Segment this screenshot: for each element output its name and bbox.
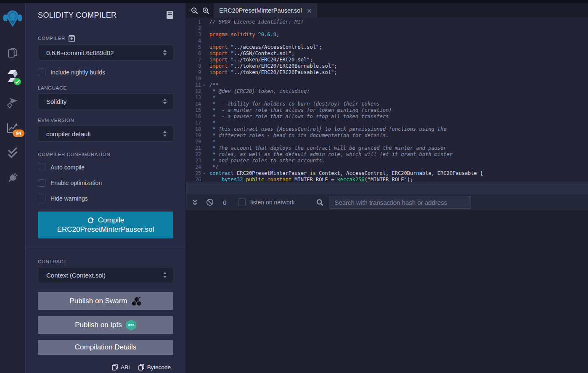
sidebar-item-file-explorer[interactable] [7,47,19,58]
code-text: /** [207,82,588,88]
code-text: import "../token/ERC20/ERC20.sol"; [207,57,588,63]
terminal-resize-handle[interactable] [186,182,588,194]
double-check-icon [7,148,19,159]
line-number[interactable]: 15 [186,107,201,114]
language-select[interactable]: Solidity [38,93,173,109]
publish-on-ipfs-button[interactable]: Publish on Ipfs IPFS [38,316,173,334]
code-text: bytes32 public constant MINTER_ROLE = ke… [207,177,588,182]
line-number[interactable]: 14 [186,101,201,107]
line-number[interactable]: 11 [186,82,201,88]
compilation-details-button[interactable]: Compilation Details [38,340,173,355]
line-number[interactable]: 2 [186,25,201,32]
editor-tab-bar: ERC20PresetMinterPauser.sol × [186,3,588,18]
line-number[interactable]: 13 [186,95,201,101]
code-line[interactable]: 7import "../token/ERC20/ERC20.sol"; [186,57,588,63]
hide-warnings-checkbox[interactable] [38,195,45,202]
code-line[interactable]: 17 * [186,120,588,126]
remix-logo[interactable] [3,8,22,28]
copy-bytecode-button[interactable]: Bytecode [138,364,171,370]
compile-button[interactable]: Compile ERC20PresetMinterPauser.sol [38,212,173,238]
line-number[interactable]: 7 [186,57,201,63]
line-number[interactable]: 8 [186,63,201,69]
zoom-out-icon[interactable] [191,7,198,14]
line-number[interactable]: 25 [186,170,201,177]
tab-close-icon[interactable]: × [307,7,312,15]
expand-terminal-icon[interactable] [192,199,198,206]
line-number[interactable]: 18 [186,126,201,132]
code-line[interactable]: 15 * - a minter role that allows for tok… [186,107,588,114]
code-text: * [207,139,588,145]
window-top-strip [0,0,588,3]
sidebar-item-solidity-compiler[interactable] [7,70,18,83]
documentation-icon[interactable] [167,11,173,19]
publish-on-swarm-button[interactable]: Publish on Swarm [38,292,173,310]
line-number[interactable]: 12 [186,88,201,95]
vertical-icon-panel: 94 [0,3,26,373]
evm-version-select[interactable]: compiler default [38,126,173,142]
code-line[interactable]: 25▾contract ERC20PresetMinterPauser is C… [186,170,588,177]
line-number[interactable]: 3 [186,32,201,38]
code-line[interactable]: 14 * - ability for holders to burn (dest… [186,101,588,107]
code-line[interactable]: 20 * [186,139,588,145]
code-line[interactable]: 26 bytes32 public constant MINTER_ROLE =… [186,177,588,182]
fold-arrow-icon[interactable]: ▾ [201,170,207,177]
code-line[interactable]: 16 * - a pauser role that allows to stop… [186,114,588,120]
code-line[interactable]: 1// SPDX-License-Identifier: MIT [186,19,588,25]
add-compiler-icon[interactable] [69,35,75,42]
nightly-builds-checkbox[interactable] [38,69,45,76]
code-line[interactable]: 3pragma solidity ^0.6.0; [186,32,588,38]
listen-on-network-checkbox[interactable] [238,198,246,206]
line-number[interactable]: 9 [186,69,201,76]
code-line[interactable]: 6import "../GSN/Context.sol"; [186,50,588,57]
code-line[interactable]: 21 * The account that deploys the contra… [186,145,588,151]
copy-abi-button[interactable]: ABI [112,364,130,370]
editor-tab[interactable]: ERC20PresetMinterPauser.sol × [214,3,317,18]
line-number[interactable]: 5 [186,44,201,50]
sidebar-item-testing[interactable] [7,148,19,159]
code-line[interactable]: 24 */ [186,164,588,170]
code-line[interactable]: 12 * @dev {ERC20} token, including: [186,88,588,95]
code-line[interactable]: 9import "../token/ERC20/ERC20Pausable.so… [186,69,588,76]
line-number[interactable]: 1 [186,19,201,25]
code-line[interactable]: 8import "../token/ERC20/ERC20Burnable.so… [186,63,588,69]
code-text: contract ERC20PresetMinterPauser is Cont… [207,170,588,177]
code-line[interactable]: 18 * This contract uses {AccessControl} … [186,126,588,132]
line-number[interactable]: 20 [186,139,201,145]
line-number[interactable]: 22 [186,151,201,158]
line-number[interactable]: 21 [186,145,201,151]
zoom-in-icon[interactable] [202,7,209,14]
code-line[interactable]: 19 * different roles - head to its docum… [186,132,588,139]
terminal-output-area[interactable] [186,210,588,373]
line-number[interactable]: 23 [186,158,201,164]
code-line[interactable]: 23 * and pauser roles to other accounts. [186,158,588,164]
fold-arrow-icon[interactable]: ▾ [201,82,207,88]
line-number[interactable]: 4 [186,38,201,44]
compiler-version-select[interactable]: 0.6.6+commit.6c089d02 [38,45,173,61]
code-line[interactable]: 2 [186,25,588,32]
sidebar-item-deploy-and-run[interactable] [6,97,19,109]
line-number[interactable]: 6 [186,50,201,57]
contract-select[interactable]: Context (Context.sol) [38,267,173,283]
code-line[interactable]: 22 * roles, as well as the default admin… [186,151,588,158]
line-number[interactable]: 10 [186,76,201,82]
code-line[interactable]: 13 * [186,95,588,101]
clear-console-icon[interactable] [206,198,214,206]
line-number[interactable]: 26 [186,177,201,182]
code-line[interactable]: 4 [186,38,588,44]
line-number[interactable]: 16 [186,114,201,120]
enable-optimization-checkbox[interactable] [38,179,45,187]
line-number[interactable]: 19 [186,132,201,139]
sidebar-item-plugin-manager[interactable] [7,172,19,183]
line-number[interactable]: 17 [186,120,201,126]
line-number[interactable]: 24 [186,164,201,170]
auto-compile-checkbox[interactable] [38,164,45,171]
sidebar-item-analysis[interactable]: 94 [7,122,19,133]
files-icon [7,47,19,58]
code-lines[interactable]: 1// SPDX-License-Identifier: MIT23pragma… [186,18,588,182]
terminal-search-input[interactable] [329,196,471,209]
code-text: import "../GSN/Context.sol"; [207,50,588,57]
code-line[interactable]: 11▾/** [186,82,588,88]
terminal-toolbar: 0 listen on network [186,194,588,210]
code-line[interactable]: 10 [186,76,588,82]
code-line[interactable]: 5import "../access/AccessControl.sol"; [186,44,588,50]
